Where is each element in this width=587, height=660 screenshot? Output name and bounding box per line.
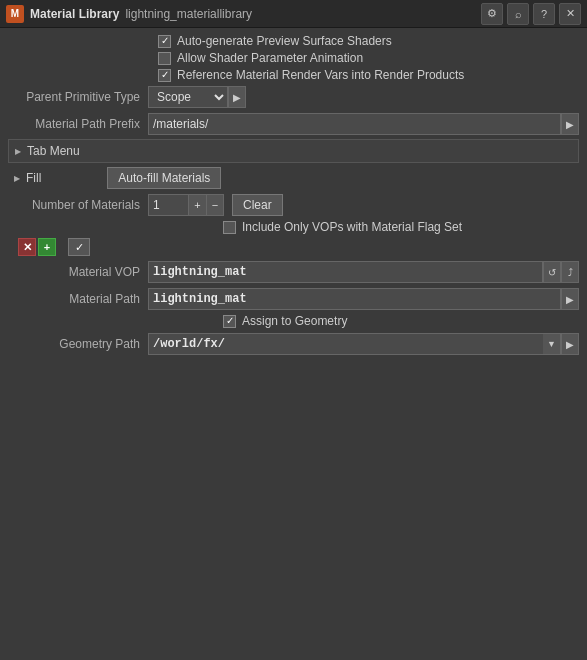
material-vop-nav-btn[interactable]: ⤴: [561, 261, 579, 283]
tab-menu-label: Tab Menu: [27, 144, 80, 158]
material-path-path-row: ▶: [148, 288, 579, 310]
material-vop-row: Material VOP ↺ ⤴: [8, 260, 579, 284]
confirm-button[interactable]: ✓: [68, 238, 90, 256]
help-button[interactable]: ?: [533, 3, 555, 25]
parent-primitive-label: Parent Primitive Type: [8, 90, 148, 104]
include-vops-label: Include Only VOPs with Material Flag Set: [242, 220, 462, 234]
material-path-prefix-path-row: ▶: [148, 113, 579, 135]
fill-label: Fill: [26, 171, 41, 185]
allow-shader-label: Allow Shader Parameter Animation: [177, 51, 363, 65]
parent-primitive-select[interactable]: Scope: [148, 86, 228, 108]
tab-menu-section[interactable]: ▶ Tab Menu: [8, 139, 579, 163]
close-button[interactable]: ✕: [559, 3, 581, 25]
remove-item-button[interactable]: ✕: [18, 238, 36, 256]
geometry-path-combo: ▼: [148, 333, 561, 355]
fill-section-header: ▶ Fill Auto-fill Materials: [8, 167, 579, 189]
auto-fill-materials-button[interactable]: Auto-fill Materials: [107, 167, 221, 189]
include-vops-checkbox[interactable]: [223, 221, 236, 234]
panel-filename: lightning_materiallibrary: [125, 7, 252, 21]
geometry-path-label: Geometry Path: [8, 337, 148, 351]
material-path-prefix-nav-btn[interactable]: ▶: [561, 113, 579, 135]
material-path-nav-btn[interactable]: ▶: [561, 288, 579, 310]
material-path-prefix-input[interactable]: [148, 113, 561, 135]
content-area: Auto-generate Preview Surface Shaders Al…: [0, 28, 587, 365]
panel-title: Material Library: [30, 7, 119, 21]
geometry-path-input[interactable]: [148, 333, 543, 355]
allow-shader-checkbox[interactable]: [158, 52, 171, 65]
parent-primitive-nav-btn[interactable]: ▶: [228, 86, 246, 108]
material-path-prefix-label: Material Path Prefix: [8, 117, 148, 131]
assign-geometry-label: Assign to Geometry: [242, 314, 347, 328]
number-of-materials-row: Number of Materials + − Clear: [8, 193, 579, 217]
app-icon: M: [6, 5, 24, 23]
auto-preview-checkbox[interactable]: [158, 35, 171, 48]
assign-geometry-row: Assign to Geometry: [8, 314, 579, 328]
fill-triangle: ▶: [14, 174, 20, 183]
number-of-materials-label: Number of Materials: [8, 198, 148, 212]
title-bar: M Material Library lightning_materiallib…: [0, 0, 587, 28]
reference-material-label: Reference Material Render Vars into Rend…: [177, 68, 464, 82]
clear-button[interactable]: Clear: [232, 194, 283, 216]
reference-material-checkbox[interactable]: [158, 69, 171, 82]
material-path-row: Material Path ▶: [8, 287, 579, 311]
material-path-prefix-row: Material Path Prefix ▶: [8, 112, 579, 136]
materials-stepper: + −: [148, 194, 224, 216]
assign-geometry-checkbox[interactable]: [223, 315, 236, 328]
material-vop-reload-btn[interactable]: ↺: [543, 261, 561, 283]
checkbox-row-auto-preview: Auto-generate Preview Surface Shaders: [8, 34, 579, 48]
checkbox-row-allow-shader: Allow Shader Parameter Animation: [8, 51, 579, 65]
materials-count-input[interactable]: [148, 194, 188, 216]
increment-button[interactable]: +: [188, 194, 206, 216]
geometry-path-row: Geometry Path ▼ ▶: [8, 332, 579, 356]
include-vops-row: Include Only VOPs with Material Flag Set: [8, 220, 579, 234]
add-item-button[interactable]: +: [38, 238, 56, 256]
geometry-path-nav-btn[interactable]: ▶: [561, 333, 579, 355]
checkbox-row-reference-material: Reference Material Render Vars into Rend…: [8, 68, 579, 82]
material-path-input[interactable]: [148, 288, 561, 310]
search-button[interactable]: ⌕: [507, 3, 529, 25]
material-vop-label: Material VOP: [8, 265, 148, 279]
tab-menu-triangle: ▶: [15, 147, 21, 156]
title-bar-actions: ⚙ ⌕ ? ✕: [481, 3, 581, 25]
material-vop-input[interactable]: [148, 261, 543, 283]
settings-button[interactable]: ⚙: [481, 3, 503, 25]
geometry-path-dropdown-btn[interactable]: ▼: [543, 333, 561, 355]
icon-btn-row: ✕ + ✓: [8, 238, 579, 256]
decrement-button[interactable]: −: [206, 194, 224, 216]
auto-preview-label: Auto-generate Preview Surface Shaders: [177, 34, 392, 48]
material-vop-path-row: ↺ ⤴: [148, 261, 579, 283]
material-path-label: Material Path: [8, 292, 148, 306]
parent-primitive-row: Parent Primitive Type Scope ▶: [8, 85, 579, 109]
